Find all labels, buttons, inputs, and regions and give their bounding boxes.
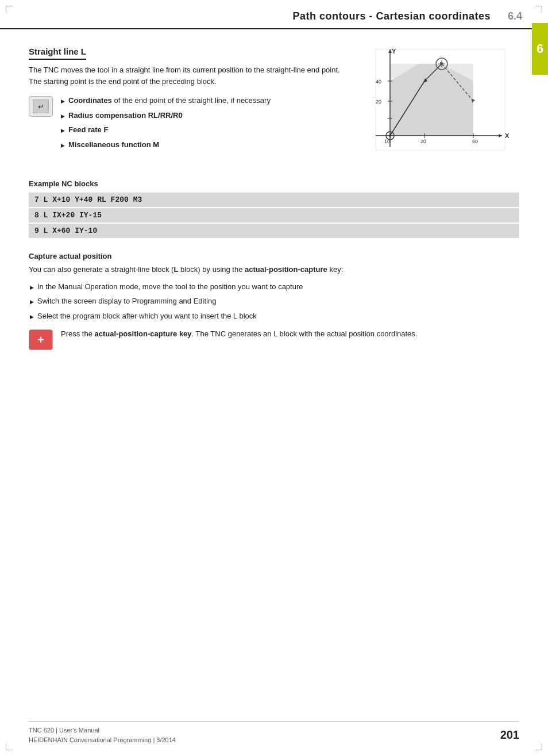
step-3: Select the program block after which you… (29, 310, 519, 322)
bullet-bold-1: Coordinates (68, 96, 112, 105)
main-content: Straight line L The TNC moves the tool i… (0, 47, 548, 350)
plus-key-icon: + (29, 329, 53, 350)
svg-text:Y: Y (392, 48, 396, 55)
key-icon-arrow: ↵ (29, 96, 53, 117)
example-title: Example NC blocks (29, 179, 519, 188)
page-header: Path contours - Cartesian coordinates 6.… (0, 0, 548, 29)
key-row-plus: + Press the actual-position-capture key.… (29, 328, 519, 350)
right-column: X Y 20 40 10 20 60 (358, 47, 519, 163)
capture-key-text: actual-position-capture (245, 265, 327, 274)
capture-intro-rest: block) by using the (178, 265, 242, 274)
capture-intro-text: You can also generate a straight-line bl… (29, 265, 173, 274)
section-title: Straight line L (29, 47, 86, 60)
capture-key-suffix: key: (327, 265, 343, 274)
press-bold: actual-position-capture key (95, 329, 192, 338)
bullet-rest-1: of the end point of the straight line, i… (112, 96, 271, 105)
press-rest: . The TNC generates an L block with the … (192, 329, 418, 338)
capture-title: Capture actual position (29, 252, 519, 260)
two-col-layout: Straight line L The TNC moves the tool i… (29, 47, 519, 163)
diagram-svg: X Y 20 40 10 20 60 (358, 47, 514, 162)
capture-section: Capture actual position You can also gen… (29, 252, 519, 350)
svg-text:↵: ↵ (38, 102, 44, 111)
key-row-main: ↵ Coordinates of the end point of the st… (29, 95, 347, 153)
svg-text:40: 40 (376, 79, 381, 85)
corner-mark-tl (6, 6, 13, 13)
step-2: Switch the screen display to Programming… (29, 296, 519, 307)
footer-left: TNC 620 | User's Manual HEIDENHAIN Conve… (29, 726, 176, 745)
svg-rect-4 (390, 64, 473, 136)
press-text: Press the actual-position-capture key. T… (61, 328, 417, 340)
plus-icon: + (37, 333, 44, 347)
step-1: In the Manual Operation mode, move the t… (29, 281, 519, 293)
bullet-bold-4: Miscellaneous function M (68, 139, 159, 151)
nc-block-3: 9 L X+60 IY-10 (29, 224, 519, 238)
page-footer: TNC 620 | User's Manual HEIDENHAIN Conve… (29, 722, 519, 745)
svg-text:60: 60 (472, 139, 478, 144)
svg-text:20: 20 (376, 99, 381, 105)
bullet-item-2: Radius compensation RL/RR/R0 (61, 110, 271, 121)
left-column: Straight line L The TNC moves the tool i… (29, 47, 347, 160)
bullet-item-1: Coordinates of the end point of the stra… (61, 95, 271, 106)
header-title: Path contours - Cartesian coordinates (292, 10, 491, 22)
footer-line1: TNC 620 | User's Manual (29, 726, 176, 735)
nc-block-1: 7 L X+10 Y+40 RL F200 M3 (29, 193, 519, 207)
corner-mark-tr (535, 6, 542, 13)
corner-mark-bl (6, 743, 13, 750)
corner-mark-br (535, 743, 542, 750)
bullet-item-3: Feed rate F (61, 124, 271, 136)
svg-text:20: 20 (420, 139, 426, 144)
footer-page-number: 201 (500, 728, 519, 742)
svg-text:X: X (505, 132, 510, 139)
bullet-bold-3: Feed rate F (68, 124, 108, 136)
capture-intro: You can also generate a straight-line bl… (29, 264, 519, 275)
intro-text: The TNC moves the tool in a straight lin… (29, 64, 347, 87)
example-section: Example NC blocks 7 L X+10 Y+40 RL F200 … (29, 179, 519, 238)
footer-line2: HEIDENHAIN Conversational Programming | … (29, 735, 176, 745)
bullet-bold-2: Radius compensation RL/RR/R0 (68, 110, 183, 121)
chapter-tab: 6 (532, 23, 548, 75)
steps-list: In the Manual Operation mode, move the t… (29, 281, 519, 322)
nc-block-2: 8 L IX+20 IY-15 (29, 208, 519, 222)
header-section: 6.4 (508, 10, 522, 22)
press-prefix: Press the (61, 329, 95, 338)
chapter-number: 6 (537, 41, 543, 56)
bullet-item-4: Miscellaneous function M (61, 139, 271, 151)
bullet-list: Coordinates of the end point of the stra… (61, 95, 271, 153)
